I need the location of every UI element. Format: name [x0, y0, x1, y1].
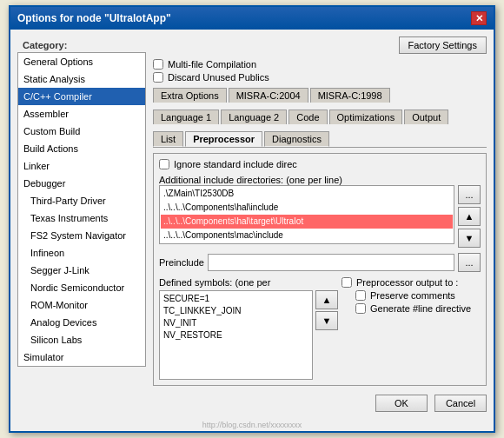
preprocessor-output-label: Preprocessor output to :: [356, 277, 458, 288]
tabs-row3: ListPreprocessorDiagnostics: [153, 131, 487, 148]
tab[interactable]: Code: [288, 110, 327, 124]
include-browse-button[interactable]: ...: [458, 185, 481, 204]
sidebar: General OptionsStatic AnalysisC/C++ Comp…: [17, 52, 146, 367]
generate-directives-checkbox[interactable]: [355, 303, 366, 314]
symbols-up-button[interactable]: ▲: [315, 290, 338, 309]
ignore-checkbox[interactable]: [159, 159, 169, 169]
preserve-comments-checkbox[interactable]: [355, 290, 366, 301]
tabs-row2: Language 1Language 2CodeOptimizationsOut…: [153, 110, 487, 124]
tab[interactable]: Extra Options: [153, 88, 227, 103]
defined-symbols-label: Defined symbols: (one per: [159, 277, 338, 288]
multifile-checkbox[interactable]: [153, 59, 163, 70]
include-list-item[interactable]: .\ZMain\TI2530DB: [161, 187, 453, 201]
sidebar-item[interactable]: Texas Instruments: [18, 209, 145, 227]
symbols-list[interactable]: SECURE=1TC_LINKKEY_JOINNV_INITNV_RESTORE: [159, 290, 313, 380]
include-dirs-section: Additional include directories: (one per…: [159, 175, 481, 248]
symbols-box: Defined symbols: (one per SECURE=1TC_LIN…: [159, 277, 338, 380]
panel-content: Ignore standard include direc Additional…: [153, 153, 487, 386]
multifile-row: Multi-file Compilation: [153, 59, 487, 70]
include-list-item[interactable]: ..\..\..\Components\mac\high_level: [161, 242, 453, 244]
category-label: Category:: [17, 36, 146, 52]
include-list-item[interactable]: ..\..\..\Components\hal\include: [161, 201, 453, 215]
ok-button[interactable]: OK: [375, 395, 428, 412]
options-dialog: Options for node "UltralotApp" ✕ Categor…: [9, 5, 495, 433]
sidebar-item[interactable]: Linker: [18, 157, 145, 175]
sidebar-item[interactable]: Debugger: [18, 175, 145, 192]
title-bar: Options for node "UltralotApp" ✕: [10, 7, 494, 30]
sidebar-item[interactable]: ROM-Monitor: [18, 296, 145, 314]
sidebar-item[interactable]: Third-Party Driver: [18, 192, 145, 209]
sidebar-item[interactable]: Infineon: [18, 244, 145, 262]
tab[interactable]: MISRA-C:2004: [229, 88, 308, 103]
watermark: http://blog.csdn.net/xxxxxxxx: [10, 421, 494, 431]
preprocessor-output-checkbox[interactable]: [342, 277, 352, 288]
right-panel: Factory Settings Multi-file Compilation …: [153, 36, 487, 414]
sidebar-item[interactable]: Nordic Semiconductor: [18, 279, 145, 296]
sidebar-item[interactable]: Analog Devices: [18, 314, 145, 331]
preserve-comments-label: Preserve comments: [370, 290, 455, 301]
tab[interactable]: Language 1: [153, 110, 219, 124]
factory-row: Factory Settings: [153, 36, 487, 54]
ignore-row: Ignore standard include direc: [159, 159, 481, 169]
sidebar-item[interactable]: Static Analysis: [18, 70, 145, 88]
factory-settings-button[interactable]: Factory Settings: [399, 36, 487, 54]
tab[interactable]: Output: [404, 110, 448, 124]
discard-checkbox[interactable]: [153, 72, 163, 83]
preinclude-input[interactable]: [208, 254, 454, 271]
sidebar-item[interactable]: FS2 System Navigator: [18, 227, 145, 244]
tab[interactable]: Language 2: [221, 110, 287, 124]
preinclude-browse-button[interactable]: ...: [458, 253, 481, 272]
sidebar-item[interactable]: Custom Build: [18, 123, 145, 140]
multifile-label: Multi-file Compilation: [168, 59, 256, 70]
include-side-btns: ... ▲ ▼: [458, 185, 481, 248]
include-list-item[interactable]: ..\..\..\Components\hal\target\UltraIot: [161, 215, 453, 229]
sidebar-item[interactable]: General Options: [18, 53, 145, 70]
sidebar-item[interactable]: Build Actions: [18, 140, 145, 157]
tab[interactable]: Optimizations: [329, 110, 403, 124]
tab[interactable]: MISRA-C:1998: [310, 88, 390, 103]
sidebar-item[interactable]: Silicon Labs: [18, 331, 145, 348]
preserve-comments-row: Preserve comments: [342, 290, 481, 301]
preinclude-label: Preinclude: [159, 257, 204, 268]
sidebar-item[interactable]: Assembler: [18, 105, 145, 123]
symbols-down-button[interactable]: ▼: [315, 311, 338, 330]
symbol-item: TC_LINKKEY_JOIN: [162, 305, 310, 317]
dialog-body: Category: General OptionsStatic Analysis…: [10, 30, 494, 421]
discard-label: Discard Unused Publics: [168, 72, 269, 83]
cancel-button[interactable]: Cancel: [434, 395, 487, 412]
include-dirs-box: .\ZMain\TI2530DB..\..\..\Components\hal\…: [159, 185, 481, 248]
preprocessor-output: Preprocessor output to : Preserve commen…: [342, 277, 481, 380]
discard-row: Discard Unused Publics: [153, 72, 487, 83]
generate-directives-label: Generate #line directive: [370, 303, 471, 314]
preinclude-row: Preinclude ...: [159, 253, 481, 272]
symbol-item: SECURE=1: [162, 293, 310, 305]
defined-symbols-area: Defined symbols: (one per SECURE=1TC_LIN…: [159, 277, 481, 380]
include-down-button[interactable]: ▼: [458, 229, 481, 248]
tab[interactable]: Diagnostics: [264, 131, 329, 147]
generate-directives-row: Generate #line directive: [342, 303, 481, 314]
tab[interactable]: Preprocessor: [185, 131, 262, 147]
sidebar-item[interactable]: Simulator: [18, 348, 145, 366]
dialog-title: Options for node "UltralotApp": [17, 12, 171, 24]
symbol-item: NV_RESTORE: [162, 329, 310, 342]
ignore-label: Ignore standard include direc: [174, 159, 297, 169]
tabs-row1: Extra OptionsMISRA-C:2004MISRA-C:1998: [153, 88, 487, 103]
sidebar-item[interactable]: Segger J-Link: [18, 262, 145, 279]
include-list[interactable]: .\ZMain\TI2530DB..\..\..\Components\hal\…: [159, 185, 454, 244]
symbol-item: NV_INIT: [162, 317, 310, 329]
checkboxes: Multi-file Compilation Discard Unused Pu…: [153, 59, 487, 83]
sidebar-item[interactable]: C/C++ Compiler: [18, 88, 145, 105]
close-button[interactable]: ✕: [471, 11, 487, 25]
include-list-item[interactable]: ..\..\..\Components\mac\include: [161, 229, 453, 242]
bottom-row: OK Cancel: [153, 391, 487, 414]
include-up-button[interactable]: ▲: [458, 207, 481, 226]
preprocessor-output-row: Preprocessor output to :: [342, 277, 481, 288]
tab[interactable]: List: [153, 131, 183, 147]
include-dirs-label: Additional include directories: (one per…: [159, 175, 481, 185]
